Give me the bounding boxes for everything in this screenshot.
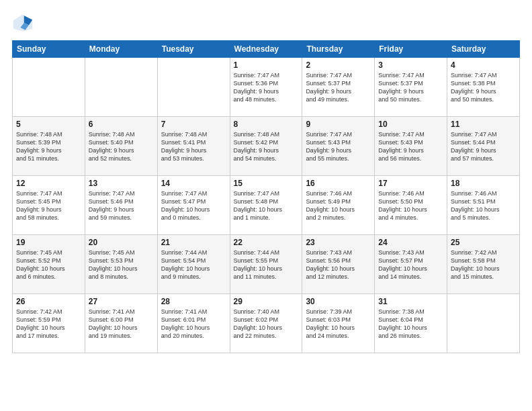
day-number: 15 xyxy=(234,179,299,188)
day-info: Sunrise: 7:48 AM Sunset: 5:42 PM Dayligh… xyxy=(234,130,299,163)
calendar-header-row: SundayMondayTuesdayWednesdayThursdayFrid… xyxy=(13,41,520,58)
day-info: Sunrise: 7:44 AM Sunset: 5:54 PM Dayligh… xyxy=(161,248,226,281)
calendar-week-row: 5Sunrise: 7:48 AM Sunset: 5:39 PM Daylig… xyxy=(13,117,520,176)
calendar-cell: 4Sunrise: 7:47 AM Sunset: 5:38 PM Daylig… xyxy=(447,58,520,117)
day-number: 3 xyxy=(378,60,443,70)
calendar-cell: 31Sunrise: 7:38 AM Sunset: 6:04 PM Dayli… xyxy=(375,294,447,353)
calendar-cell: 12Sunrise: 7:47 AM Sunset: 5:45 PM Dayli… xyxy=(13,176,85,235)
calendar-cell xyxy=(13,58,85,117)
page: SundayMondayTuesdayWednesdayThursdayFrid… xyxy=(0,0,532,411)
day-number: 29 xyxy=(234,297,299,306)
day-info: Sunrise: 7:43 AM Sunset: 5:57 PM Dayligh… xyxy=(378,248,443,281)
day-number: 2 xyxy=(306,60,371,70)
day-info: Sunrise: 7:45 AM Sunset: 5:53 PM Dayligh… xyxy=(89,248,154,281)
calendar-week-row: 12Sunrise: 7:47 AM Sunset: 5:45 PM Dayli… xyxy=(13,176,520,235)
day-number: 16 xyxy=(306,179,371,188)
day-info: Sunrise: 7:47 AM Sunset: 5:43 PM Dayligh… xyxy=(306,130,371,163)
calendar-cell xyxy=(157,58,230,117)
day-number: 1 xyxy=(234,60,299,70)
calendar-cell: 27Sunrise: 7:41 AM Sunset: 6:00 PM Dayli… xyxy=(85,294,157,353)
day-number: 10 xyxy=(378,120,443,129)
day-info: Sunrise: 7:47 AM Sunset: 5:37 PM Dayligh… xyxy=(378,71,443,104)
col-header-wednesday: Wednesday xyxy=(230,41,302,58)
calendar-cell: 3Sunrise: 7:47 AM Sunset: 5:37 PM Daylig… xyxy=(375,58,447,117)
day-number: 17 xyxy=(378,179,443,188)
col-header-thursday: Thursday xyxy=(302,41,375,58)
day-info: Sunrise: 7:47 AM Sunset: 5:46 PM Dayligh… xyxy=(89,189,154,222)
calendar-cell: 15Sunrise: 7:47 AM Sunset: 5:48 PM Dayli… xyxy=(230,176,302,235)
day-number: 27 xyxy=(89,297,154,306)
day-info: Sunrise: 7:47 AM Sunset: 5:36 PM Dayligh… xyxy=(234,71,299,104)
day-info: Sunrise: 7:47 AM Sunset: 5:48 PM Dayligh… xyxy=(234,189,299,222)
calendar-cell xyxy=(85,58,157,117)
day-info: Sunrise: 7:45 AM Sunset: 5:52 PM Dayligh… xyxy=(16,248,81,281)
col-header-sunday: Sunday xyxy=(13,41,85,58)
day-info: Sunrise: 7:46 AM Sunset: 5:51 PM Dayligh… xyxy=(451,189,516,222)
day-info: Sunrise: 7:47 AM Sunset: 5:38 PM Dayligh… xyxy=(451,71,516,104)
calendar-week-row: 1Sunrise: 7:47 AM Sunset: 5:36 PM Daylig… xyxy=(13,58,520,117)
calendar-cell: 7Sunrise: 7:48 AM Sunset: 5:41 PM Daylig… xyxy=(157,117,230,176)
calendar-cell xyxy=(447,294,520,353)
day-info: Sunrise: 7:48 AM Sunset: 5:41 PM Dayligh… xyxy=(161,130,226,163)
day-number: 18 xyxy=(451,179,516,188)
day-number: 22 xyxy=(234,238,299,247)
col-header-tuesday: Tuesday xyxy=(157,41,230,58)
day-info: Sunrise: 7:47 AM Sunset: 5:37 PM Dayligh… xyxy=(306,71,371,104)
col-header-monday: Monday xyxy=(85,41,157,58)
day-info: Sunrise: 7:38 AM Sunset: 6:04 PM Dayligh… xyxy=(378,308,443,340)
calendar-cell: 2Sunrise: 7:47 AM Sunset: 5:37 PM Daylig… xyxy=(302,58,375,117)
col-header-friday: Friday xyxy=(375,41,447,58)
day-number: 28 xyxy=(161,297,226,306)
calendar-cell: 24Sunrise: 7:43 AM Sunset: 5:57 PM Dayli… xyxy=(375,235,447,294)
calendar-cell: 16Sunrise: 7:46 AM Sunset: 5:49 PM Dayli… xyxy=(302,176,375,235)
calendar-cell: 19Sunrise: 7:45 AM Sunset: 5:52 PM Dayli… xyxy=(13,235,85,294)
day-number: 8 xyxy=(234,120,299,129)
day-number: 5 xyxy=(16,120,81,129)
day-info: Sunrise: 7:44 AM Sunset: 5:55 PM Dayligh… xyxy=(234,248,299,281)
calendar-cell: 14Sunrise: 7:47 AM Sunset: 5:47 PM Dayli… xyxy=(157,176,230,235)
calendar-cell: 25Sunrise: 7:42 AM Sunset: 5:58 PM Dayli… xyxy=(447,235,520,294)
day-info: Sunrise: 7:42 AM Sunset: 5:58 PM Dayligh… xyxy=(451,248,516,281)
calendar-cell: 23Sunrise: 7:43 AM Sunset: 5:56 PM Dayli… xyxy=(302,235,375,294)
day-number: 26 xyxy=(16,297,81,306)
calendar-cell: 11Sunrise: 7:47 AM Sunset: 5:44 PM Dayli… xyxy=(447,117,520,176)
calendar-cell: 26Sunrise: 7:42 AM Sunset: 5:59 PM Dayli… xyxy=(13,294,85,353)
header xyxy=(12,12,520,34)
day-number: 14 xyxy=(161,179,226,188)
calendar-cell: 29Sunrise: 7:40 AM Sunset: 6:02 PM Dayli… xyxy=(230,294,302,353)
calendar-week-row: 26Sunrise: 7:42 AM Sunset: 5:59 PM Dayli… xyxy=(13,294,520,353)
day-number: 25 xyxy=(451,238,516,247)
calendar-cell: 22Sunrise: 7:44 AM Sunset: 5:55 PM Dayli… xyxy=(230,235,302,294)
day-number: 11 xyxy=(451,120,516,129)
day-number: 4 xyxy=(451,60,516,70)
calendar-cell: 20Sunrise: 7:45 AM Sunset: 5:53 PM Dayli… xyxy=(85,235,157,294)
day-number: 12 xyxy=(16,179,81,188)
day-number: 9 xyxy=(306,120,371,129)
day-number: 6 xyxy=(89,120,154,129)
calendar-week-row: 19Sunrise: 7:45 AM Sunset: 5:52 PM Dayli… xyxy=(13,235,520,294)
day-info: Sunrise: 7:41 AM Sunset: 6:01 PM Dayligh… xyxy=(161,308,226,340)
day-number: 19 xyxy=(16,238,81,247)
day-info: Sunrise: 7:40 AM Sunset: 6:02 PM Dayligh… xyxy=(234,308,299,340)
calendar-cell: 28Sunrise: 7:41 AM Sunset: 6:01 PM Dayli… xyxy=(157,294,230,353)
day-number: 21 xyxy=(161,238,226,247)
calendar-cell: 6Sunrise: 7:48 AM Sunset: 5:40 PM Daylig… xyxy=(85,117,157,176)
day-number: 30 xyxy=(306,297,371,306)
col-header-saturday: Saturday xyxy=(447,41,520,58)
day-info: Sunrise: 7:41 AM Sunset: 6:00 PM Dayligh… xyxy=(89,308,154,340)
day-info: Sunrise: 7:42 AM Sunset: 5:59 PM Dayligh… xyxy=(16,308,81,340)
logo-icon xyxy=(12,12,34,34)
day-number: 7 xyxy=(161,120,226,129)
calendar-cell: 30Sunrise: 7:39 AM Sunset: 6:03 PM Dayli… xyxy=(302,294,375,353)
calendar-cell: 1Sunrise: 7:47 AM Sunset: 5:36 PM Daylig… xyxy=(230,58,302,117)
day-info: Sunrise: 7:48 AM Sunset: 5:40 PM Dayligh… xyxy=(89,130,154,163)
day-info: Sunrise: 7:48 AM Sunset: 5:39 PM Dayligh… xyxy=(16,130,81,163)
day-info: Sunrise: 7:46 AM Sunset: 5:49 PM Dayligh… xyxy=(306,189,371,222)
calendar-cell: 17Sunrise: 7:46 AM Sunset: 5:50 PM Dayli… xyxy=(375,176,447,235)
day-info: Sunrise: 7:47 AM Sunset: 5:47 PM Dayligh… xyxy=(161,189,226,222)
calendar-cell: 21Sunrise: 7:44 AM Sunset: 5:54 PM Dayli… xyxy=(157,235,230,294)
day-number: 24 xyxy=(378,238,443,247)
day-info: Sunrise: 7:39 AM Sunset: 6:03 PM Dayligh… xyxy=(306,308,371,340)
calendar-cell: 13Sunrise: 7:47 AM Sunset: 5:46 PM Dayli… xyxy=(85,176,157,235)
day-number: 13 xyxy=(89,179,154,188)
